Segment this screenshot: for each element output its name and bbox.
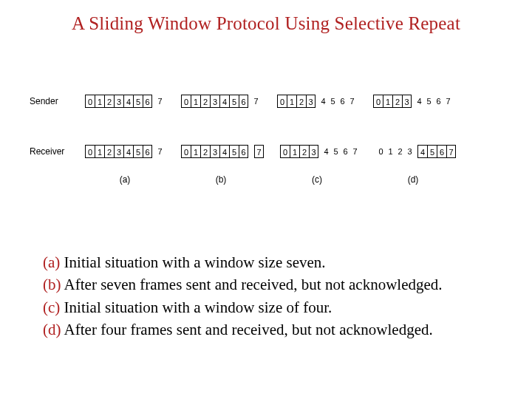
window-cell: 6 (437, 145, 446, 158)
window-cell: 6 (239, 95, 248, 108)
row-receiver: Receiver 0123456701234567012345670123456… (30, 141, 506, 162)
free-cell: 1 (386, 145, 395, 158)
window-cell: 1 (95, 145, 104, 158)
free-cell: 4 (415, 95, 424, 108)
page-title: A Sliding Window Protocol Using Selectiv… (0, 13, 532, 34)
free-cell: 0 (376, 145, 386, 158)
row-captions: (a)(b)(c)(d) (30, 172, 506, 187)
free-cell: 7 (155, 145, 165, 158)
legend-text: After seven frames sent and received, bu… (61, 276, 443, 293)
legend-item: (d) After four frames sent and received,… (43, 318, 443, 341)
window-cell: 7 (446, 145, 456, 158)
free-cell: 7 (443, 95, 453, 108)
window-cell: 3 (114, 95, 123, 108)
window-cell: 2 (296, 95, 306, 108)
window-cell: 6 (143, 95, 152, 108)
window-cell: 4 (219, 95, 229, 108)
scenario-caption: (c) (277, 174, 357, 185)
legend-item: (b) After seven frames sent and received… (43, 273, 443, 296)
scenario-caption: (d) (373, 174, 453, 185)
legend-key: (c) (43, 299, 60, 316)
free-cell: 2 (395, 145, 405, 158)
window-diagram: Sender 01234567012345670123456701234567 … (30, 78, 506, 187)
window-cell: 4 (123, 95, 133, 108)
legend-key: (d) (43, 321, 61, 338)
window-cell: 7 (254, 145, 264, 158)
window-cell: 5 (133, 145, 143, 158)
legend-key: (a) (43, 253, 60, 271)
row-label-sender: Sender (30, 96, 85, 106)
window-cell: 3 (210, 145, 219, 158)
scenario: 01234567 (376, 145, 456, 158)
scenario: 01234567 (85, 95, 165, 108)
scenario: 01234567 (277, 95, 357, 108)
scenario-caption: (b) (181, 174, 261, 185)
legend: (a) Initial situation with a window size… (43, 251, 443, 341)
free-cell: 3 (405, 145, 415, 158)
window-cell: 4 (219, 145, 229, 158)
window-cell: 2 (104, 145, 114, 158)
window-cell: 0 (181, 145, 191, 158)
window-cell: 5 (229, 95, 239, 108)
window-cell: 3 (309, 145, 318, 158)
sender-scenarios: 01234567012345670123456701234567 (85, 95, 453, 108)
free-cell: 7 (155, 95, 165, 108)
window-cell: 2 (104, 95, 114, 108)
window-cell: 4 (417, 145, 427, 158)
free-cell: 6 (338, 95, 347, 108)
window-cell: 2 (299, 145, 309, 158)
free-cell: 7 (350, 145, 360, 158)
legend-text: Initial situation with a window size sev… (60, 253, 325, 271)
scenario: 01234567 (181, 95, 261, 108)
window-cell: 5 (229, 145, 239, 158)
window-cell: 1 (287, 95, 296, 108)
free-cell: 5 (331, 145, 341, 158)
scenario: 01234567 (280, 145, 360, 158)
legend-text: Initial situation with a window size of … (60, 299, 332, 316)
window-cell: 1 (383, 95, 392, 108)
window-cell: 3 (114, 145, 123, 158)
legend-key: (b) (43, 276, 61, 293)
window-cell: 0 (85, 145, 95, 158)
window-cell: 3 (306, 95, 316, 108)
free-cell: 4 (318, 95, 328, 108)
free-cell: 5 (424, 95, 434, 108)
window-cell: 2 (200, 95, 210, 108)
legend-text: After four frames sent and received, but… (61, 321, 433, 338)
window-cell: 1 (95, 95, 104, 108)
window-cell: 0 (373, 95, 383, 108)
row-sender: Sender 01234567012345670123456701234567 (30, 91, 506, 112)
window-cell: 0 (277, 95, 287, 108)
window-cell: 5 (133, 95, 143, 108)
window-cell: 0 (85, 95, 95, 108)
window-cell: 1 (191, 145, 200, 158)
free-cell: 6 (341, 145, 350, 158)
free-cell: 7 (251, 95, 261, 108)
free-cell: 6 (434, 95, 443, 108)
window-cell: 0 (280, 145, 290, 158)
scenario: 01234567 (85, 145, 165, 158)
free-cell: 7 (347, 95, 357, 108)
window-cell: 5 (427, 145, 437, 158)
free-cell: 5 (328, 95, 338, 108)
window-cell: 1 (191, 95, 200, 108)
scenario-caption: (a) (85, 174, 165, 185)
caption-scenarios: (a)(b)(c)(d) (85, 174, 453, 185)
window-cell: 2 (200, 145, 210, 158)
window-cell: 1 (290, 145, 299, 158)
legend-item: (a) Initial situation with a window size… (43, 251, 443, 273)
window-cell: 3 (402, 95, 412, 108)
row-label-receiver: Receiver (30, 146, 85, 157)
window-cell: 6 (143, 145, 152, 158)
window-cell: 0 (181, 95, 191, 108)
scenario: 01234567 (373, 95, 453, 108)
receiver-scenarios: 01234567012345670123456701234567 (85, 145, 456, 158)
window-cell: 6 (239, 145, 248, 158)
scenario: 01234567 (181, 145, 264, 158)
window-cell: 2 (392, 95, 402, 108)
free-cell: 4 (321, 145, 331, 158)
window-cell: 4 (123, 145, 133, 158)
window-cell: 3 (210, 95, 219, 108)
legend-item: (c) Initial situation with a window size… (43, 296, 443, 318)
